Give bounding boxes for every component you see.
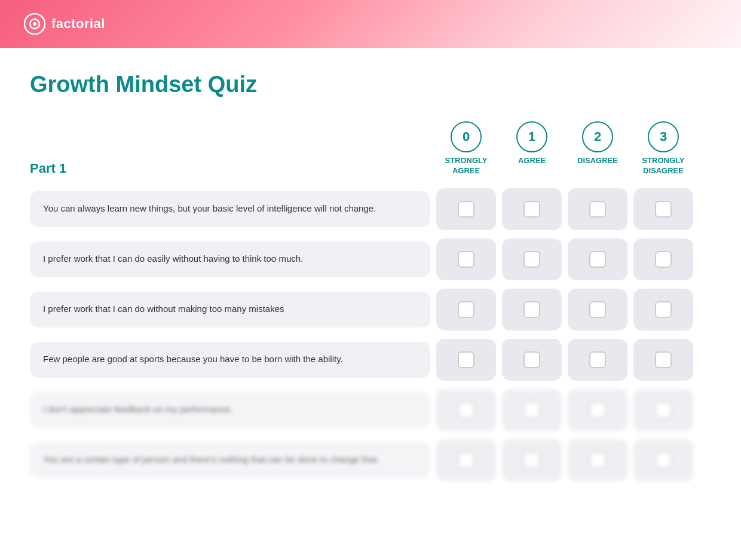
answer-q4-3[interactable] [633, 339, 693, 381]
answer-q2-1[interactable] [502, 238, 562, 280]
question-row-q2: I prefer work that I can do easily witho… [30, 238, 711, 280]
scale-header-0: 0 StronglyAgree [436, 121, 496, 176]
checkbox-q1-3 [655, 201, 672, 218]
answer-q6-1[interactable] [502, 439, 562, 481]
checkbox-q5-3 [655, 402, 672, 418]
logo-area: factorial [24, 13, 105, 35]
scale-number-2: 2 [582, 121, 613, 152]
checkbox-q3-1 [523, 301, 540, 318]
checkbox-q4-2 [589, 351, 606, 368]
scale-header-3: 3 StronglyDisagree [633, 121, 693, 176]
answer-q6-3[interactable] [633, 439, 693, 481]
scale-label-0: StronglyAgree [445, 156, 487, 176]
checkbox-q4-3 [655, 351, 672, 368]
checkbox-q6-3 [655, 452, 672, 469]
answer-q5-2[interactable] [568, 389, 627, 431]
answer-q1-2[interactable] [568, 188, 627, 230]
part-label: Part 1 [30, 161, 66, 176]
answer-q2-3[interactable] [633, 238, 693, 280]
part-label-col: Part 1 [30, 161, 436, 176]
answer-cells-q5 [436, 389, 711, 431]
question-text-q1: You can always learn new things, but you… [30, 191, 430, 227]
answer-q1-1[interactable] [502, 188, 562, 230]
question-row-q4: Few people are good at sports because yo… [30, 339, 711, 381]
answer-q3-3[interactable] [633, 289, 693, 331]
svg-point-2 [33, 22, 36, 26]
checkbox-q2-3 [655, 251, 672, 268]
quiz-body: Part 1 0 StronglyAgree 1 Agree [30, 121, 711, 481]
answer-q4-1[interactable] [502, 339, 562, 381]
question-row-q1: You can always learn new things, but you… [30, 188, 711, 230]
answer-q5-1[interactable] [502, 389, 562, 431]
answer-q6-2[interactable] [568, 439, 627, 481]
checkbox-q3-2 [589, 301, 606, 318]
answer-q2-2[interactable] [568, 238, 627, 280]
part-header-row: Part 1 0 StronglyAgree 1 Agree [30, 121, 711, 176]
checkbox-q6-1 [523, 452, 540, 469]
answer-q5-3[interactable] [633, 389, 693, 431]
answer-q3-1[interactable] [502, 289, 562, 331]
checkbox-q3-3 [655, 301, 672, 318]
answer-q4-0[interactable] [436, 339, 496, 381]
scale-number-0: 0 [451, 121, 482, 152]
checkbox-q5-0 [458, 402, 474, 418]
answer-cells-q1 [436, 188, 711, 230]
answer-cells-q2 [436, 238, 711, 280]
scale-header-2: 2 Disagree [568, 121, 627, 176]
checkbox-q6-2 [589, 452, 606, 469]
question-row-q5: I don't appreciate feedback on my perfor… [30, 389, 711, 431]
scale-header-1: 1 Agree [502, 121, 562, 176]
answer-q3-2[interactable] [568, 289, 627, 331]
scale-number-1: 1 [516, 121, 547, 152]
checkbox-q2-2 [589, 251, 606, 268]
question-text-q5: I don't appreciate feedback on my perfor… [30, 392, 430, 428]
checkbox-q1-1 [523, 201, 540, 218]
checkbox-q5-1 [523, 402, 540, 418]
answer-cells-q3 [436, 289, 711, 331]
checkbox-q5-2 [589, 402, 606, 418]
factorial-logo-icon [24, 13, 45, 35]
question-text-q4: Few people are good at sports because yo… [30, 342, 430, 378]
header-bar: factorial [0, 0, 741, 48]
question-text-q6: You are a certain type of person and the… [30, 442, 430, 478]
answer-q4-2[interactable] [568, 339, 627, 381]
main-content: Growth Mindset Quiz Part 1 0 StronglyAgr… [0, 48, 741, 505]
checkbox-q6-0 [458, 452, 474, 469]
answer-q1-3[interactable] [633, 188, 693, 230]
scale-headers: 0 StronglyAgree 1 Agree 2 Disagree [436, 121, 711, 176]
scale-label-2: Disagree [577, 156, 618, 166]
checkbox-q4-1 [523, 351, 540, 368]
question-text-q2: I prefer work that I can do easily witho… [30, 241, 430, 277]
question-row-q6: You are a certain type of person and the… [30, 439, 711, 481]
answer-q5-0[interactable] [436, 389, 496, 431]
answer-q1-0[interactable] [436, 188, 496, 230]
answer-cells-q4 [436, 339, 711, 381]
checkbox-q1-0 [458, 201, 474, 218]
checkbox-q1-2 [589, 201, 606, 218]
question-row-q3: I prefer work that I can do without maki… [30, 289, 711, 331]
answer-q2-0[interactable] [436, 238, 496, 280]
scale-label-3: StronglyDisagree [642, 156, 684, 176]
answer-q6-0[interactable] [436, 439, 496, 481]
checkbox-q2-1 [523, 251, 540, 268]
answer-cells-q6 [436, 439, 711, 481]
question-rows: You can always learn new things, but you… [30, 188, 711, 481]
scale-number-3: 3 [648, 121, 679, 152]
checkbox-q2-0 [458, 251, 474, 268]
quiz-title: Growth Mindset Quiz [30, 72, 711, 97]
checkbox-q3-0 [458, 301, 474, 318]
scale-label-1: Agree [518, 156, 546, 166]
question-text-q3: I prefer work that I can do without maki… [30, 292, 430, 328]
checkbox-q4-0 [458, 351, 474, 368]
answer-q3-0[interactable] [436, 289, 496, 331]
logo-text: factorial [51, 16, 105, 32]
